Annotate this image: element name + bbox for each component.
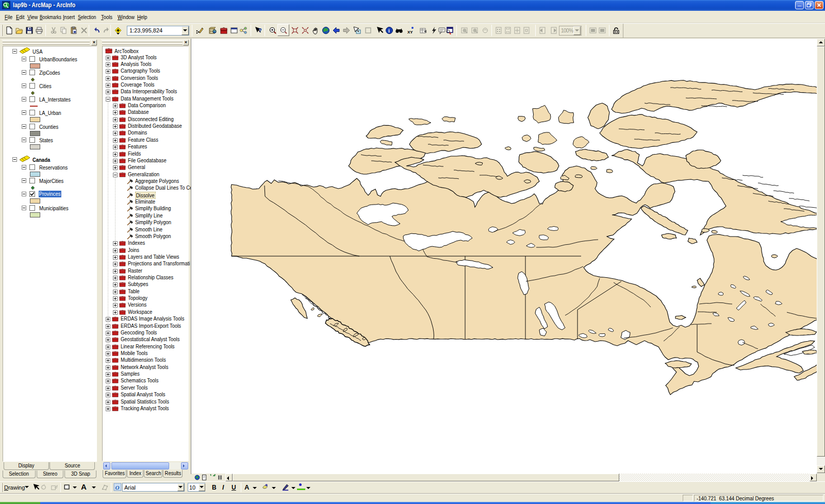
svg-text:O: O (116, 484, 120, 491)
svg-text:i: i (388, 28, 390, 33)
svg-text:XY: XY (407, 30, 413, 35)
svg-text:?: ? (258, 27, 262, 33)
